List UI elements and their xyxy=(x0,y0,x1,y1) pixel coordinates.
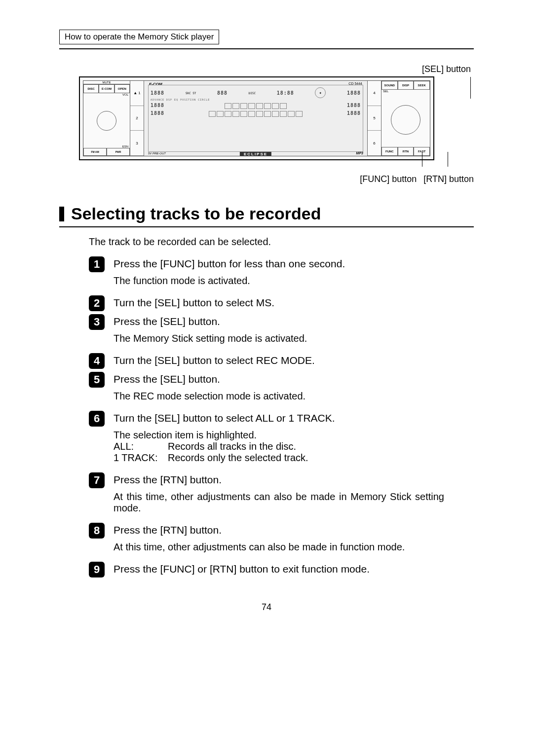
def-text: Records all tracks in the disc. xyxy=(168,441,296,452)
seg-display-1: 1888 xyxy=(151,90,164,96)
open-button[interactable]: OPEN xyxy=(114,84,130,93)
seg-side-2: 1888 xyxy=(347,103,361,108)
step-number: 6 xyxy=(89,411,105,427)
right-preset-numbers: 4 5 6 xyxy=(368,81,381,156)
step-number: 1 xyxy=(89,256,105,272)
volume-knob[interactable] xyxy=(97,111,116,131)
mp3-label: MP3 xyxy=(356,151,363,155)
header-tab: How to operate the Memory Stick player xyxy=(59,30,219,44)
step-number: 3 xyxy=(89,314,105,330)
step-number: 9 xyxy=(89,562,105,577)
preset-5[interactable]: 5 xyxy=(368,106,381,131)
callout-line xyxy=(448,152,448,167)
seg-display-2: 888 xyxy=(217,90,228,96)
step-row: 3 Press the [SEL] button. xyxy=(89,314,474,330)
text-matrix xyxy=(209,111,303,117)
step-row: 4 Turn the [SEL] button to select REC MO… xyxy=(89,353,474,369)
step-row: 9 Press the [FUNC] or [RTN] button to ex… xyxy=(89,562,474,577)
preset-4[interactable]: 4 xyxy=(368,81,381,106)
header-rule xyxy=(59,48,474,49)
preset-2[interactable]: 2 xyxy=(130,106,144,131)
def-text: Records only the selected track. xyxy=(168,452,308,464)
step-row: 5 Press the [SEL] button. xyxy=(89,372,474,388)
callout-line xyxy=(422,152,422,167)
step-title: Press the [SEL] button. xyxy=(114,373,220,385)
preset-6[interactable]: 6 xyxy=(368,131,381,156)
compass-icon: ✦ xyxy=(315,87,326,98)
func-button[interactable]: FUNC xyxy=(381,147,398,156)
func-button-callout: [FUNC] button xyxy=(360,174,417,184)
step-body: The function mode is activated. xyxy=(114,275,444,287)
step-row: 1 Press the [FUNC] button for less than … xyxy=(89,256,474,272)
step-body: The Memory Stick setting mode is activat… xyxy=(114,333,444,344)
step-title: Turn the [SEL] button to select ALL or 1… xyxy=(114,412,335,424)
step6-intro: The selection item is highlighted. xyxy=(114,430,444,441)
rtn-button[interactable]: RTN xyxy=(398,147,414,156)
step-row: 2 Turn the [SEL] button to select MS. xyxy=(89,295,474,311)
spectrum-bars xyxy=(225,103,287,109)
rtn-button-callout: [RTN] button xyxy=(423,174,474,184)
sel-button-callout: [SEL] button xyxy=(79,64,471,74)
step-body: At this time, other adjustments can also… xyxy=(114,491,444,514)
def-label: 1 TRACK: xyxy=(114,452,168,464)
faceplate-left-controls: MUTE DISC E-COM OPEN VOL ESN FM AM PWR xyxy=(83,81,130,156)
seg-side-3: 1888 xyxy=(347,110,361,116)
pwr-button[interactable]: PWR xyxy=(107,148,130,156)
step-title: Turn the [SEL] button to select MS. xyxy=(114,297,274,309)
seg-row3-a: 1888 xyxy=(151,110,164,116)
definition-row: 1 TRACK: Records only the selected track… xyxy=(114,452,444,464)
step-title: Press the [RTN] button. xyxy=(114,524,222,536)
eject-button[interactable]: ▲ 1 xyxy=(130,81,144,106)
definition-row: ALL: Records all tracks in the disc. xyxy=(114,441,444,452)
seg-side-1: 1888 xyxy=(347,90,361,96)
step-title: Press the [SEL] button. xyxy=(114,316,220,327)
disc-button[interactable]: DISC xyxy=(83,84,99,93)
lcd-screen: E-COM CD 5444 1888 SRC ST 888 DISC 18:88… xyxy=(144,81,368,156)
seek-button[interactable]: SEEK xyxy=(414,81,430,90)
step-title: Press the [RTN] button. xyxy=(114,474,222,486)
device-diagram: [SEL] button MUTE DISC E-COM OPEN VOL ES… xyxy=(79,64,474,184)
car-stereo-faceplate: MUTE DISC E-COM OPEN VOL ESN FM AM PWR ▲… xyxy=(79,76,434,160)
step-body: The REC mode selection mode is activated… xyxy=(114,391,444,402)
ecom-button[interactable]: E-COM xyxy=(99,84,114,93)
step-body: At this time, other adjustments can also… xyxy=(114,541,444,553)
intro-text: The track to be recorded can be selected… xyxy=(89,236,474,248)
step-number: 7 xyxy=(89,472,105,488)
fm-am-button[interactable]: FM AM xyxy=(83,148,107,156)
page-number: 74 xyxy=(59,602,474,612)
step-title: Press the [FUNC] button for less than on… xyxy=(114,258,345,270)
step-row: 7 Press the [RTN] button. xyxy=(89,472,474,488)
title-accent-bar xyxy=(59,207,64,221)
seg-time: 18:88 xyxy=(277,90,294,96)
faceplate-right-controls: SOUND DISP SEEK SEL FUNC RTN FAST xyxy=(381,81,430,156)
preout-label: 5V PRE-OUT xyxy=(148,152,166,155)
callout-line xyxy=(470,77,471,99)
mute-button[interactable]: MUTE xyxy=(83,81,130,84)
section-title: Selecting tracks to be recorded xyxy=(71,204,321,223)
section-title-row: Selecting tracks to be recorded xyxy=(59,204,474,223)
step-number: 8 xyxy=(89,523,105,539)
step-number: 5 xyxy=(89,372,105,388)
step-row: 6 Turn the [SEL] button to select ALL or… xyxy=(89,411,474,427)
seg-row2-a: 1888 xyxy=(151,103,164,108)
left-preset-numbers: ▲ 1 2 3 xyxy=(130,81,144,156)
step-row: 8 Press the [RTN] button. xyxy=(89,523,474,539)
step-title: Turn the [SEL] button to select REC MODE… xyxy=(114,355,315,366)
step-number: 2 xyxy=(89,295,105,311)
preset-3[interactable]: 3 xyxy=(130,131,144,156)
step-body: The selection item is highlighted. ALL: … xyxy=(114,430,444,464)
def-label: ALL: xyxy=(114,441,168,452)
disp-button[interactable]: DISP xyxy=(398,81,414,90)
section-rule xyxy=(59,226,474,227)
step-title: Press the [FUNC] or [RTN] button to exit… xyxy=(114,563,370,575)
sel-knob[interactable] xyxy=(391,105,420,135)
step-number: 4 xyxy=(89,353,105,369)
eclipse-logo: ECLIPSE xyxy=(240,152,271,156)
sound-button[interactable]: SOUND xyxy=(381,81,398,90)
